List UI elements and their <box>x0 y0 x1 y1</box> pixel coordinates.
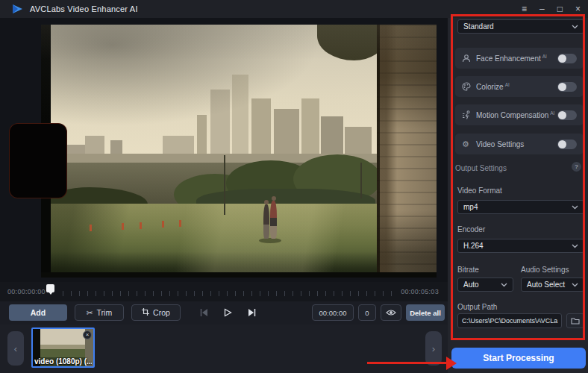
timeline[interactable]: 00:00:00:00 00:00:05:03 <box>0 282 448 301</box>
video-format-label: Video Format <box>457 186 502 195</box>
highlight-arrow <box>367 362 448 364</box>
previous-frame-button[interactable] <box>196 306 212 319</box>
help-icon[interactable]: ? <box>572 162 581 172</box>
app-logo-icon <box>12 4 23 17</box>
toggle-label: ColorizeAI <box>476 82 510 91</box>
next-frame-button[interactable] <box>243 306 260 319</box>
scroll-left-button[interactable]: ‹ <box>7 331 24 366</box>
motion-icon <box>462 110 472 119</box>
toolbar: Add ✂ Trim Crop 00:00:00 0 Delete all <box>0 301 448 325</box>
ai-badge: AI <box>542 54 547 59</box>
window-controls: ≡ – □ × <box>522 0 581 18</box>
toggle-label: Face EnhancementAI <box>476 54 547 63</box>
minimize-icon[interactable]: – <box>539 4 545 13</box>
video-format-dropdown[interactable]: mp4 <box>457 200 584 214</box>
maximize-icon[interactable]: □ <box>557 4 563 13</box>
person-head <box>264 200 269 204</box>
black-overlay-box <box>9 123 67 198</box>
app-title: AVCLabs Video Enhancer AI <box>30 4 138 13</box>
add-button[interactable]: Add <box>9 304 67 321</box>
face-icon <box>462 54 472 63</box>
person-head <box>272 196 276 201</box>
colorize-toggle[interactable] <box>557 82 577 92</box>
film-edge <box>41 272 437 278</box>
encoder-label: Encoder <box>457 225 485 233</box>
video-preview <box>41 25 437 278</box>
motion-compensation-card: Motion CompensationAI <box>455 104 584 125</box>
motion-compensation-toggle[interactable] <box>557 110 577 120</box>
chevron-right-icon: › <box>432 343 435 354</box>
toggle-label: Video Settings <box>476 140 525 148</box>
thumbnail-close-icon[interactable]: × <box>83 330 92 339</box>
play-button[interactable] <box>219 306 236 319</box>
face-enhancement-toggle[interactable] <box>557 54 577 63</box>
person <box>270 201 277 239</box>
output-settings-header: Output Settings <box>455 164 507 172</box>
timeline-total-time: 00:00:05:03 <box>401 288 439 295</box>
chevron-down-icon <box>572 22 578 31</box>
output-path-label: Output Path <box>457 303 497 311</box>
video-stage <box>0 18 448 282</box>
thumbnail-caption: video (1080p) (... <box>34 357 92 366</box>
person <box>263 204 269 239</box>
app-window: AVCLabs Video Enhancer AI ≡ – □ × <box>0 0 588 373</box>
start-processing-button[interactable]: Start Processing <box>451 348 586 369</box>
chevron-down-icon <box>501 280 507 289</box>
ai-badge: AI <box>550 110 554 116</box>
video-settings-card: ⚙ Video Settings <box>455 134 584 154</box>
chevron-left-icon: ‹ <box>14 343 17 354</box>
colorize-card: ColorizeAI <box>455 76 584 97</box>
folder-icon <box>571 317 580 325</box>
close-icon[interactable]: × <box>575 4 581 13</box>
preset-dropdown[interactable]: Standard <box>457 19 584 34</box>
highlight-arrow-head <box>446 357 457 370</box>
audio-settings-label: Audio Settings <box>521 266 569 274</box>
delete-all-button[interactable]: Delete all <box>406 304 445 321</box>
city-skyline <box>51 66 377 164</box>
chevron-down-icon <box>572 242 578 250</box>
lamp-post <box>360 163 362 198</box>
trim-button[interactable]: ✂ Trim <box>75 304 124 321</box>
audio-settings-dropdown[interactable]: Auto Select <box>521 278 584 292</box>
chevron-down-icon <box>572 280 578 289</box>
settings-sidebar: Standard Face EnhancementAI ColorizeAI M… <box>448 18 588 373</box>
browse-folder-button[interactable] <box>566 313 584 328</box>
video-settings-toggle[interactable] <box>557 140 577 149</box>
crop-icon <box>142 308 149 317</box>
bridge-pylon <box>377 25 437 278</box>
time-input[interactable]: 00:00:00 <box>312 304 354 321</box>
scroll-right-button[interactable]: › <box>425 331 442 366</box>
palette-icon <box>462 82 472 91</box>
toggle-label: Motion CompensationAI <box>476 110 554 119</box>
playhead-marker[interactable] <box>46 284 54 292</box>
ai-badge: AI <box>505 82 510 87</box>
output-path-input[interactable]: C:\Users\PC\Documents\AVCLa <box>457 313 562 328</box>
chevron-down-icon <box>572 203 578 211</box>
lamp-post <box>224 155 225 215</box>
face-enhancement-card: Face EnhancementAI <box>455 48 584 69</box>
video-thumbnail[interactable]: video (1080p) (... × <box>31 327 95 368</box>
scissors-icon: ✂ <box>87 308 93 317</box>
timeline-ruler[interactable] <box>63 291 392 296</box>
filmstrip: ‹ video (1080p) (... × › <box>0 325 448 373</box>
frame-counter-input[interactable]: 0 <box>358 304 376 321</box>
gear-icon: ⚙ <box>462 140 472 148</box>
eye-icon <box>386 309 396 316</box>
couple-shadow <box>259 238 281 243</box>
bitrate-label: Bitrate <box>457 266 479 274</box>
encoder-dropdown[interactable]: H.264 <box>457 239 584 253</box>
titlebar: AVCLabs Video Enhancer AI ≡ – □ × <box>0 0 588 18</box>
crop-button[interactable]: Crop <box>131 304 181 321</box>
timeline-current-time: 00:00:00:00 <box>7 288 46 295</box>
preview-eye-button[interactable] <box>381 304 401 321</box>
menu-icon[interactable]: ≡ <box>522 4 527 13</box>
bitrate-dropdown[interactable]: Auto <box>457 278 513 292</box>
